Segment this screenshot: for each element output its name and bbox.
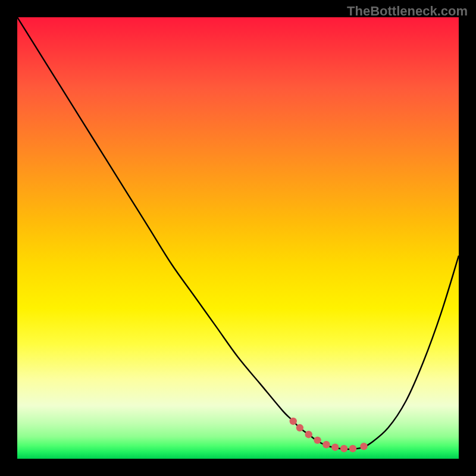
curve-marker bbox=[314, 437, 321, 444]
curve-marker bbox=[340, 445, 347, 452]
curve-marker bbox=[305, 431, 312, 438]
marker-group bbox=[290, 418, 368, 452]
curve-marker bbox=[349, 445, 356, 452]
curve-line bbox=[17, 17, 459, 449]
curve-marker bbox=[360, 443, 367, 450]
curve-marker bbox=[296, 424, 303, 431]
curve-marker bbox=[290, 418, 297, 425]
watermark-text: TheBottleneck.com bbox=[347, 4, 468, 19]
curve-marker bbox=[322, 441, 330, 448]
curve-marker bbox=[331, 444, 339, 451]
bottleneck-chart bbox=[17, 17, 459, 459]
